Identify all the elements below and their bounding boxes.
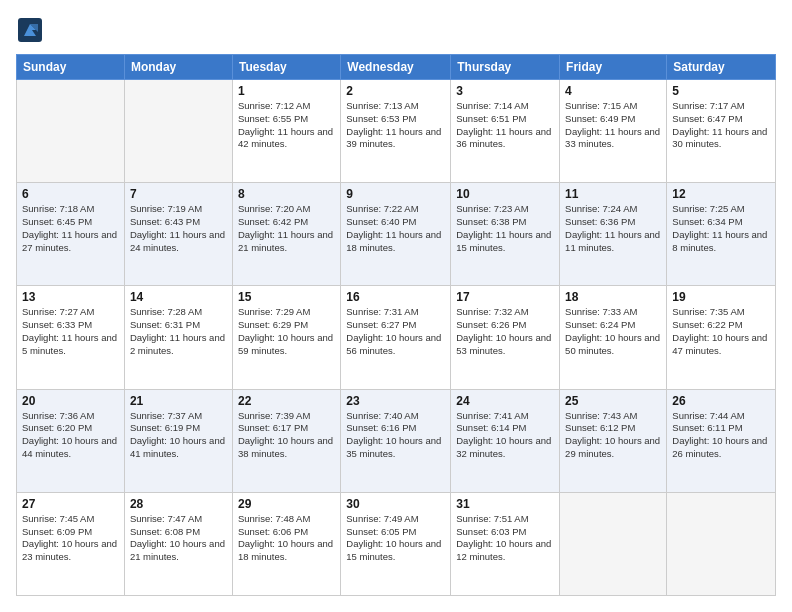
calendar-cell: 16Sunrise: 7:31 AM Sunset: 6:27 PM Dayli… xyxy=(341,286,451,389)
calendar-cell: 25Sunrise: 7:43 AM Sunset: 6:12 PM Dayli… xyxy=(560,389,667,492)
day-number: 10 xyxy=(456,187,554,201)
day-number: 2 xyxy=(346,84,445,98)
day-info: Sunrise: 7:18 AM Sunset: 6:45 PM Dayligh… xyxy=(22,203,119,254)
logo-icon xyxy=(16,16,44,44)
week-row-2: 6Sunrise: 7:18 AM Sunset: 6:45 PM Daylig… xyxy=(17,183,776,286)
header-row: SundayMondayTuesdayWednesdayThursdayFrid… xyxy=(17,55,776,80)
day-number: 5 xyxy=(672,84,770,98)
day-number: 8 xyxy=(238,187,335,201)
header xyxy=(16,16,776,44)
calendar-cell: 13Sunrise: 7:27 AM Sunset: 6:33 PM Dayli… xyxy=(17,286,125,389)
calendar-cell: 7Sunrise: 7:19 AM Sunset: 6:43 PM Daylig… xyxy=(124,183,232,286)
day-info: Sunrise: 7:39 AM Sunset: 6:17 PM Dayligh… xyxy=(238,410,335,461)
week-row-5: 27Sunrise: 7:45 AM Sunset: 6:09 PM Dayli… xyxy=(17,492,776,595)
day-header-tuesday: Tuesday xyxy=(232,55,340,80)
calendar-cell: 31Sunrise: 7:51 AM Sunset: 6:03 PM Dayli… xyxy=(451,492,560,595)
logo xyxy=(16,16,48,44)
day-header-saturday: Saturday xyxy=(667,55,776,80)
day-info: Sunrise: 7:48 AM Sunset: 6:06 PM Dayligh… xyxy=(238,513,335,564)
day-number: 25 xyxy=(565,394,661,408)
calendar-cell xyxy=(17,80,125,183)
day-number: 13 xyxy=(22,290,119,304)
calendar-cell: 15Sunrise: 7:29 AM Sunset: 6:29 PM Dayli… xyxy=(232,286,340,389)
calendar-cell xyxy=(560,492,667,595)
calendar-cell: 19Sunrise: 7:35 AM Sunset: 6:22 PM Dayli… xyxy=(667,286,776,389)
day-info: Sunrise: 7:28 AM Sunset: 6:31 PM Dayligh… xyxy=(130,306,227,357)
day-number: 29 xyxy=(238,497,335,511)
day-info: Sunrise: 7:27 AM Sunset: 6:33 PM Dayligh… xyxy=(22,306,119,357)
calendar-cell: 12Sunrise: 7:25 AM Sunset: 6:34 PM Dayli… xyxy=(667,183,776,286)
calendar-cell: 1Sunrise: 7:12 AM Sunset: 6:55 PM Daylig… xyxy=(232,80,340,183)
day-info: Sunrise: 7:35 AM Sunset: 6:22 PM Dayligh… xyxy=(672,306,770,357)
calendar-cell: 11Sunrise: 7:24 AM Sunset: 6:36 PM Dayli… xyxy=(560,183,667,286)
day-number: 3 xyxy=(456,84,554,98)
day-number: 23 xyxy=(346,394,445,408)
day-info: Sunrise: 7:13 AM Sunset: 6:53 PM Dayligh… xyxy=(346,100,445,151)
calendar-cell: 26Sunrise: 7:44 AM Sunset: 6:11 PM Dayli… xyxy=(667,389,776,492)
calendar-table: SundayMondayTuesdayWednesdayThursdayFrid… xyxy=(16,54,776,596)
day-header-wednesday: Wednesday xyxy=(341,55,451,80)
day-info: Sunrise: 7:22 AM Sunset: 6:40 PM Dayligh… xyxy=(346,203,445,254)
day-info: Sunrise: 7:24 AM Sunset: 6:36 PM Dayligh… xyxy=(565,203,661,254)
calendar-cell: 27Sunrise: 7:45 AM Sunset: 6:09 PM Dayli… xyxy=(17,492,125,595)
calendar-cell: 10Sunrise: 7:23 AM Sunset: 6:38 PM Dayli… xyxy=(451,183,560,286)
day-number: 11 xyxy=(565,187,661,201)
day-info: Sunrise: 7:37 AM Sunset: 6:19 PM Dayligh… xyxy=(130,410,227,461)
day-number: 4 xyxy=(565,84,661,98)
day-header-sunday: Sunday xyxy=(17,55,125,80)
day-info: Sunrise: 7:14 AM Sunset: 6:51 PM Dayligh… xyxy=(456,100,554,151)
day-info: Sunrise: 7:36 AM Sunset: 6:20 PM Dayligh… xyxy=(22,410,119,461)
day-number: 6 xyxy=(22,187,119,201)
day-header-thursday: Thursday xyxy=(451,55,560,80)
day-number: 20 xyxy=(22,394,119,408)
day-info: Sunrise: 7:31 AM Sunset: 6:27 PM Dayligh… xyxy=(346,306,445,357)
day-header-friday: Friday xyxy=(560,55,667,80)
week-row-3: 13Sunrise: 7:27 AM Sunset: 6:33 PM Dayli… xyxy=(17,286,776,389)
week-row-1: 1Sunrise: 7:12 AM Sunset: 6:55 PM Daylig… xyxy=(17,80,776,183)
day-info: Sunrise: 7:51 AM Sunset: 6:03 PM Dayligh… xyxy=(456,513,554,564)
day-info: Sunrise: 7:19 AM Sunset: 6:43 PM Dayligh… xyxy=(130,203,227,254)
day-info: Sunrise: 7:47 AM Sunset: 6:08 PM Dayligh… xyxy=(130,513,227,564)
day-info: Sunrise: 7:25 AM Sunset: 6:34 PM Dayligh… xyxy=(672,203,770,254)
calendar-cell: 8Sunrise: 7:20 AM Sunset: 6:42 PM Daylig… xyxy=(232,183,340,286)
calendar-cell: 18Sunrise: 7:33 AM Sunset: 6:24 PM Dayli… xyxy=(560,286,667,389)
day-info: Sunrise: 7:32 AM Sunset: 6:26 PM Dayligh… xyxy=(456,306,554,357)
day-info: Sunrise: 7:33 AM Sunset: 6:24 PM Dayligh… xyxy=(565,306,661,357)
page: SundayMondayTuesdayWednesdayThursdayFrid… xyxy=(0,0,792,612)
calendar-cell: 14Sunrise: 7:28 AM Sunset: 6:31 PM Dayli… xyxy=(124,286,232,389)
day-info: Sunrise: 7:40 AM Sunset: 6:16 PM Dayligh… xyxy=(346,410,445,461)
calendar-cell: 2Sunrise: 7:13 AM Sunset: 6:53 PM Daylig… xyxy=(341,80,451,183)
calendar-cell: 21Sunrise: 7:37 AM Sunset: 6:19 PM Dayli… xyxy=(124,389,232,492)
day-number: 7 xyxy=(130,187,227,201)
day-info: Sunrise: 7:49 AM Sunset: 6:05 PM Dayligh… xyxy=(346,513,445,564)
day-number: 28 xyxy=(130,497,227,511)
calendar-cell: 22Sunrise: 7:39 AM Sunset: 6:17 PM Dayli… xyxy=(232,389,340,492)
calendar-cell: 9Sunrise: 7:22 AM Sunset: 6:40 PM Daylig… xyxy=(341,183,451,286)
day-info: Sunrise: 7:17 AM Sunset: 6:47 PM Dayligh… xyxy=(672,100,770,151)
day-info: Sunrise: 7:20 AM Sunset: 6:42 PM Dayligh… xyxy=(238,203,335,254)
day-number: 1 xyxy=(238,84,335,98)
day-number: 21 xyxy=(130,394,227,408)
calendar-cell: 24Sunrise: 7:41 AM Sunset: 6:14 PM Dayli… xyxy=(451,389,560,492)
day-number: 12 xyxy=(672,187,770,201)
day-info: Sunrise: 7:44 AM Sunset: 6:11 PM Dayligh… xyxy=(672,410,770,461)
calendar-cell: 6Sunrise: 7:18 AM Sunset: 6:45 PM Daylig… xyxy=(17,183,125,286)
day-number: 31 xyxy=(456,497,554,511)
calendar-cell: 4Sunrise: 7:15 AM Sunset: 6:49 PM Daylig… xyxy=(560,80,667,183)
calendar-cell xyxy=(667,492,776,595)
calendar-cell: 28Sunrise: 7:47 AM Sunset: 6:08 PM Dayli… xyxy=(124,492,232,595)
day-info: Sunrise: 7:23 AM Sunset: 6:38 PM Dayligh… xyxy=(456,203,554,254)
day-header-monday: Monday xyxy=(124,55,232,80)
calendar-cell: 17Sunrise: 7:32 AM Sunset: 6:26 PM Dayli… xyxy=(451,286,560,389)
day-number: 27 xyxy=(22,497,119,511)
day-number: 19 xyxy=(672,290,770,304)
day-info: Sunrise: 7:29 AM Sunset: 6:29 PM Dayligh… xyxy=(238,306,335,357)
calendar-cell: 3Sunrise: 7:14 AM Sunset: 6:51 PM Daylig… xyxy=(451,80,560,183)
day-info: Sunrise: 7:41 AM Sunset: 6:14 PM Dayligh… xyxy=(456,410,554,461)
day-info: Sunrise: 7:12 AM Sunset: 6:55 PM Dayligh… xyxy=(238,100,335,151)
week-row-4: 20Sunrise: 7:36 AM Sunset: 6:20 PM Dayli… xyxy=(17,389,776,492)
day-number: 17 xyxy=(456,290,554,304)
day-info: Sunrise: 7:45 AM Sunset: 6:09 PM Dayligh… xyxy=(22,513,119,564)
calendar-cell: 30Sunrise: 7:49 AM Sunset: 6:05 PM Dayli… xyxy=(341,492,451,595)
calendar-cell: 20Sunrise: 7:36 AM Sunset: 6:20 PM Dayli… xyxy=(17,389,125,492)
